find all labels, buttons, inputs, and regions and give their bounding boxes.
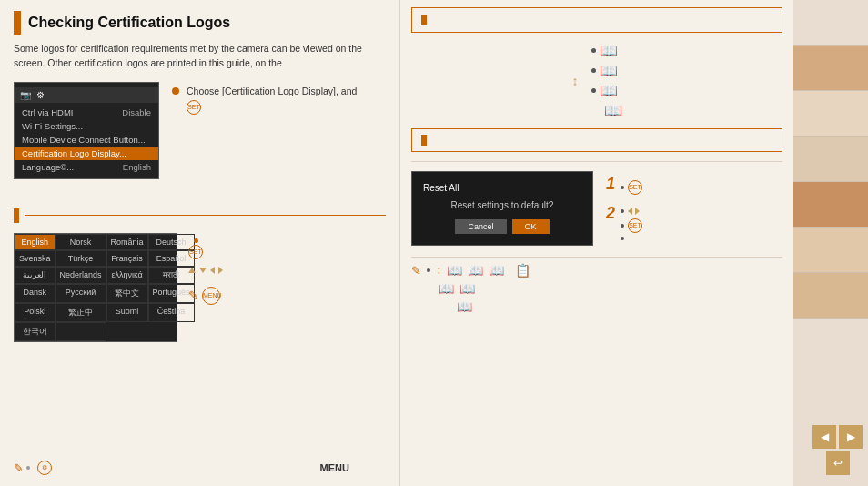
- camera-menu-screenshot: 📷 ⚙ Ctrl via HDMI Disable Wi-Fi Settings…: [14, 82, 159, 179]
- lang-marathi: मराठी: [148, 267, 195, 284]
- bullet-1: [591, 48, 596, 53]
- menu-item-wifi-label: Wi-Fi Settings...: [22, 121, 83, 131]
- book-bottom-4: 📋: [515, 263, 530, 278]
- language-grid: English Norsk România Deutsch Svenska Tü…: [14, 233, 177, 342]
- instruction-text: Choose [Certification Logo Display], and: [187, 86, 357, 96]
- camera-tab-icon: 📷: [20, 90, 31, 100]
- menu-item-hdmi-label: Ctrl via HDMI: [22, 107, 73, 117]
- bullet-2: [591, 68, 596, 73]
- lang-deutsch: Deutsch: [148, 234, 195, 250]
- set-button-symbol: SET: [187, 100, 201, 115]
- menu-item-language: Language©... English: [15, 160, 158, 174]
- step2-left-arrow: [628, 208, 632, 215]
- left-arrow-icon: [210, 267, 215, 274]
- menu-item-mobile-label: Mobile Device Connect Button...: [22, 135, 146, 145]
- menu-item-language-label: Language©...: [22, 162, 74, 172]
- menu-item-language-value: English: [123, 162, 151, 172]
- menu-item-wifi: Wi-Fi Settings...: [15, 119, 158, 133]
- back-button[interactable]: ↩: [826, 451, 850, 475]
- reset-dialog: Reset All Reset settings to default? Can…: [411, 171, 593, 246]
- step-1-number: 1: [606, 175, 615, 194]
- lang-simp-chinese: 繁正中: [56, 303, 106, 322]
- page-title: Checking Certification Logos: [28, 15, 230, 31]
- menu-item-hdmi: Ctrl via HDMI Disable: [15, 106, 158, 119]
- language-arrows: SET: [188, 237, 203, 259]
- direction-arrows: [188, 267, 223, 274]
- arrows-sym: ↕: [572, 74, 579, 88]
- lang-korean: 한국어: [15, 322, 56, 341]
- set-sym-lang: SET: [188, 245, 203, 259]
- sidebar-tab-3[interactable]: [793, 91, 868, 137]
- sidebar-tab-5[interactable]: [793, 182, 868, 228]
- reset-dialog-title: Reset All: [423, 183, 581, 193]
- nav-buttons-container: ◀ ▶ ↩: [812, 425, 863, 475]
- ok-button[interactable]: OK: [512, 219, 550, 234]
- pencil-instruction: ✎ MENU: [188, 287, 220, 305]
- bullet-3: [591, 88, 596, 93]
- book-icon-2: 📖: [600, 62, 618, 79]
- lang-trad-chinese: 繁中文: [106, 284, 148, 303]
- second-content-box: [411, 128, 782, 152]
- lang-polski: Polski: [15, 303, 56, 322]
- sidebar-tab-1[interactable]: [793, 0, 868, 46]
- bottom-bullet: [427, 268, 430, 272]
- book-bottom-6: 📖: [459, 281, 475, 296]
- menu-sym-lang: MENU: [202, 287, 220, 305]
- book-bottom-5: 📖: [439, 281, 454, 296]
- next-button[interactable]: ▶: [839, 425, 863, 449]
- book-bottom-3: 📖: [489, 263, 504, 278]
- settings-sym-bottom: ⚙: [37, 461, 52, 475]
- step2-sym: SET: [628, 218, 642, 233]
- lang-cestina: Čeština: [148, 303, 195, 322]
- sidebar-tab-2[interactable]: [793, 46, 868, 91]
- lang-dansk: Dansk: [15, 284, 56, 303]
- menu-item-cert-label: Certification Logo Display...: [22, 148, 126, 158]
- step-2-number: 2: [606, 204, 615, 223]
- menu-label: MENU: [320, 462, 349, 473]
- prev-button[interactable]: ◀: [812, 425, 836, 449]
- lang-espanol: Español: [148, 250, 195, 267]
- book-icons-row: ↕ 📖 📖 📖 📖: [411, 38, 782, 123]
- pencil-icon-right: ✎: [411, 264, 421, 278]
- page-description: Some logos for certification requirement…: [14, 42, 386, 71]
- cancel-button[interactable]: Cancel: [455, 219, 506, 234]
- orange-accent-bar: [14, 11, 21, 35]
- lang-norsk: Norsk: [56, 234, 106, 250]
- step2-bullet-2: [621, 224, 624, 228]
- reset-dialog-question: Reset settings to default?: [423, 200, 581, 210]
- book-icon-1: 📖: [600, 42, 618, 59]
- book-bottom-7: 📖: [457, 299, 472, 314]
- settings-tab-icon: ⚙: [36, 90, 45, 100]
- top-content-box: [411, 7, 782, 33]
- pencil-icon-lang: ✎: [188, 289, 198, 302]
- lang-nederlands: Nederlands: [56, 267, 106, 284]
- lang-english: English: [15, 234, 56, 250]
- step2-right-arrow: [635, 208, 640, 215]
- lang-arabic: العربية: [15, 267, 56, 284]
- book-bottom-2: 📖: [468, 263, 483, 278]
- step2-nav-arrows: [628, 208, 640, 215]
- menu-item-hdmi-value: Disable: [122, 107, 151, 117]
- up-arrow-icon: [188, 268, 196, 273]
- lang-portuguese: Português: [148, 284, 195, 303]
- lang-turkce: Türkçe: [56, 250, 106, 267]
- step2-bullet-1: [621, 209, 624, 213]
- book-icon-4: 📖: [604, 102, 622, 119]
- sidebar-tab-6[interactable]: [793, 228, 868, 273]
- bottom-section: ✎ ↕ 📖 📖 📖 📋 📖 📖 📖: [411, 257, 782, 314]
- lang-suomi: Suomi: [106, 303, 148, 322]
- book-icon-3: 📖: [600, 82, 618, 99]
- right-arrow-icon: [218, 267, 223, 274]
- sidebar: ◀ ▶ ↩: [793, 0, 868, 486]
- step2-bullet-3: [621, 237, 624, 240]
- sidebar-tab-4[interactable]: [793, 137, 868, 182]
- sidebar-tab-7[interactable]: [793, 273, 868, 319]
- dot-bottom: [26, 466, 30, 470]
- lang-greek: ελληνικά: [106, 267, 148, 284]
- book-bottom-1: 📖: [447, 263, 462, 278]
- menu-item-cert: Certification Logo Display...: [15, 147, 158, 160]
- step-1: 1 SET: [606, 175, 642, 195]
- instruction-bullet: [172, 87, 179, 95]
- lang-romania: România: [106, 234, 148, 250]
- arrows-sym-bottom: ↕: [436, 264, 441, 277]
